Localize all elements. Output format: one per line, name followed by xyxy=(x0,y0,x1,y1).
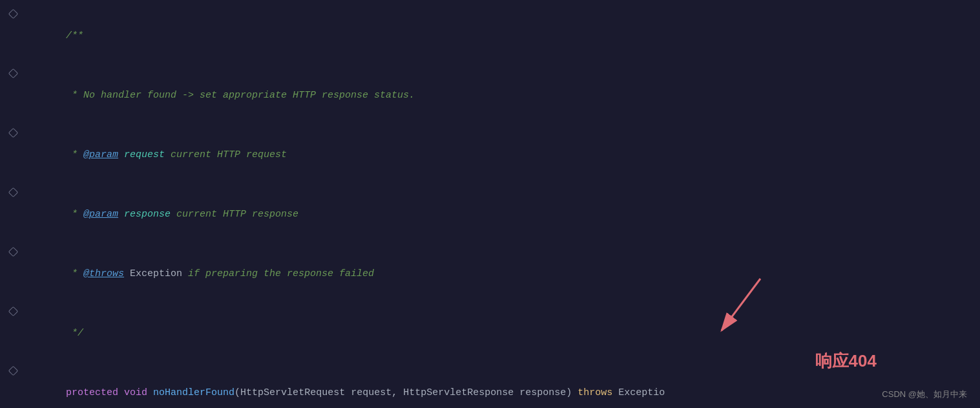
comment-param1-tag: @param xyxy=(83,149,118,160)
code-line-3: * @param request current HTTP request xyxy=(0,125,980,185)
kw-throws: throws xyxy=(578,387,612,398)
line-content-4: * @param response current HTTP response xyxy=(26,186,980,243)
space1 xyxy=(118,387,124,398)
line-content-3: * @param request current HTTP request xyxy=(26,127,980,184)
line-content-2: * No handler found -> set appropriate HT… xyxy=(26,67,980,124)
code-line-2: * No handler found -> set appropriate HT… xyxy=(0,66,980,125)
watermark: CSDN @她、如月中来 xyxy=(882,389,967,400)
gutter-2 xyxy=(0,67,26,77)
line-content-1: /** xyxy=(26,8,980,65)
gutter-6 xyxy=(0,305,26,315)
comment-param1-star: * xyxy=(66,149,83,160)
comment-nohandler: * No handler found -> set appropriate HT… xyxy=(66,90,415,101)
svg-line-1 xyxy=(722,279,760,330)
gutter-4 xyxy=(0,186,26,196)
code-editor: /** * No handler found -> set appropriat… xyxy=(0,0,980,408)
kw-void: void xyxy=(124,387,147,398)
arrow-annotation xyxy=(709,272,838,350)
code-line-1: /** xyxy=(0,6,980,66)
exception-type: Exceptio xyxy=(612,387,665,398)
gutter-7 xyxy=(0,365,26,374)
kw-protected: protected xyxy=(66,387,118,398)
space2 xyxy=(147,387,153,398)
annotation-text: 响应404 xyxy=(815,350,877,372)
comment-param1-name: request current HTTP request xyxy=(118,149,287,160)
gutter-icon-4 xyxy=(8,188,18,198)
method-name: noHandlerFound xyxy=(153,387,235,398)
comment-throws-msg: if preparing the response failed xyxy=(188,268,374,279)
gutter-icon-7 xyxy=(8,366,18,376)
params: (HttpServletRequest request, HttpServlet… xyxy=(235,387,578,398)
comment-param2-star: * xyxy=(66,209,83,220)
comment-close: */ xyxy=(66,328,83,339)
gutter-3 xyxy=(0,127,26,136)
gutter-icon-1 xyxy=(8,9,18,19)
comment-param2-tag: @param xyxy=(83,209,118,220)
gutter-1 xyxy=(0,8,26,17)
comment-open: /** xyxy=(66,30,83,41)
gutter-icon-6 xyxy=(8,306,18,317)
gutter-5 xyxy=(0,246,26,255)
code-line-4: * @param response current HTTP response xyxy=(0,185,980,244)
comment-throws-tag: @throws xyxy=(83,268,124,279)
comment-param2-name: response current HTTP response xyxy=(118,209,298,220)
gutter-icon-2 xyxy=(8,69,18,79)
comment-throws-exception: Exception xyxy=(124,268,188,279)
gutter-icon-3 xyxy=(8,128,18,138)
gutter-icon-5 xyxy=(8,247,18,257)
comment-throws-star: * xyxy=(66,268,83,279)
